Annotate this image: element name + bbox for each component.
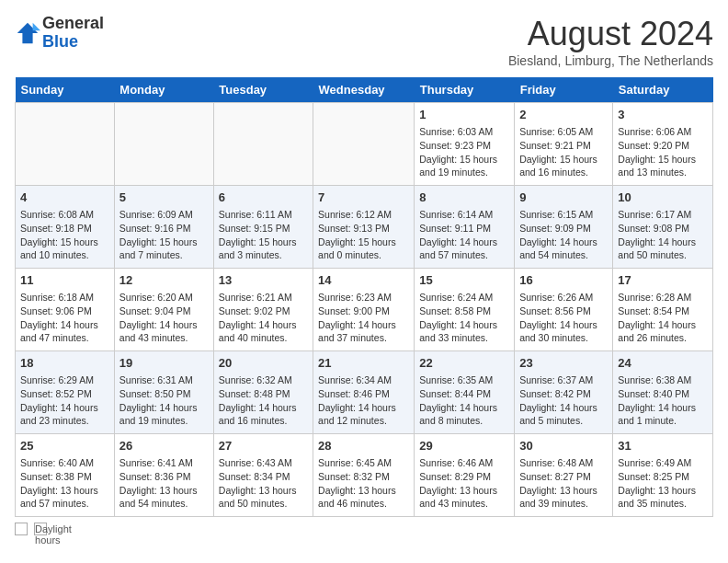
day-header-monday: Monday [114,77,213,103]
day-number: 3 [618,107,708,123]
day-number: 31 [618,438,708,454]
week-row-2: 4Sunrise: 6:08 AM Sunset: 9:18 PM Daylig… [16,186,713,269]
day-info: Sunrise: 6:03 AM Sunset: 9:23 PM Dayligh… [419,125,509,179]
day-cell: 10Sunrise: 6:17 AM Sunset: 9:08 PM Dayli… [613,186,713,269]
day-info: Sunrise: 6:11 AM Sunset: 9:15 PM Dayligh… [219,208,308,262]
day-header-friday: Friday [515,77,613,103]
day-info: Sunrise: 6:09 AM Sunset: 9:16 PM Dayligh… [119,208,209,262]
day-info: Sunrise: 6:32 AM Sunset: 8:48 PM Dayligh… [219,373,308,428]
day-number: 1 [419,107,509,123]
day-cell [313,103,415,186]
day-number: 27 [219,438,308,454]
day-cell: 29Sunrise: 6:46 AM Sunset: 8:29 PM Dayli… [415,434,515,517]
day-info: Sunrise: 6:37 AM Sunset: 8:42 PM Dayligh… [519,373,608,428]
day-cell: 31Sunrise: 6:49 AM Sunset: 8:25 PM Dayli… [613,434,713,517]
day-cell: 2Sunrise: 6:05 AM Sunset: 9:21 PM Daylig… [515,103,613,186]
week-row-5: 25Sunrise: 6:40 AM Sunset: 8:38 PM Dayli… [16,434,713,517]
day-cell: 25Sunrise: 6:40 AM Sunset: 8:38 PM Dayli… [16,434,115,517]
day-info: Sunrise: 6:12 AM Sunset: 9:13 PM Dayligh… [318,208,409,262]
day-info: Sunrise: 6:15 AM Sunset: 9:09 PM Dayligh… [519,208,608,262]
day-header-thursday: Thursday [415,77,515,103]
title-area: August 2024 Biesland, Limburg, The Nethe… [508,15,713,68]
day-info: Sunrise: 6:48 AM Sunset: 8:27 PM Dayligh… [519,456,608,511]
day-number: 13 [219,272,308,289]
day-number: 16 [519,272,608,289]
week-row-1: 1Sunrise: 6:03 AM Sunset: 9:23 PM Daylig… [16,103,713,186]
day-cell: 24Sunrise: 6:38 AM Sunset: 8:40 PM Dayli… [613,351,713,434]
day-cell [213,103,313,186]
day-number: 6 [219,190,308,206]
calendar-table: SundayMondayTuesdayWednesdayThursdayFrid… [15,77,713,517]
day-number: 11 [20,272,109,289]
day-number: 19 [119,355,209,372]
day-number: 23 [519,355,608,372]
day-cell: 27Sunrise: 6:43 AM Sunset: 8:34 PM Dayli… [213,434,313,517]
day-info: Sunrise: 6:41 AM Sunset: 8:36 PM Dayligh… [119,456,209,511]
day-number: 26 [119,438,209,454]
logo-icon [15,20,40,46]
month-title: August 2024 [508,15,713,53]
day-number: 12 [119,272,209,289]
day-number: 10 [618,190,708,206]
day-cell: 12Sunrise: 6:20 AM Sunset: 9:04 PM Dayli… [114,269,213,351]
day-cell: 6Sunrise: 6:11 AM Sunset: 9:15 PM Daylig… [213,186,313,269]
day-number: 15 [419,272,509,289]
day-number: 18 [20,355,109,372]
day-header-tuesday: Tuesday [213,77,313,103]
day-number: 4 [20,190,109,206]
day-info: Sunrise: 6:40 AM Sunset: 8:38 PM Dayligh… [20,456,109,511]
day-number: 2 [519,107,608,123]
day-header-sunday: Sunday [16,77,115,103]
daylight-label: Daylight hours [34,523,47,535]
day-info: Sunrise: 6:34 AM Sunset: 8:46 PM Dayligh… [318,373,409,428]
day-cell: 19Sunrise: 6:31 AM Sunset: 8:50 PM Dayli… [114,351,213,434]
day-cell: 26Sunrise: 6:41 AM Sunset: 8:36 PM Dayli… [114,434,213,517]
day-cell: 30Sunrise: 6:48 AM Sunset: 8:27 PM Dayli… [515,434,613,517]
day-info: Sunrise: 6:21 AM Sunset: 9:02 PM Dayligh… [219,291,308,345]
day-cell: 17Sunrise: 6:28 AM Sunset: 8:54 PM Dayli… [613,269,713,351]
day-number: 14 [318,272,409,289]
day-cell: 21Sunrise: 6:34 AM Sunset: 8:46 PM Dayli… [313,351,415,434]
day-cell: 5Sunrise: 6:09 AM Sunset: 9:16 PM Daylig… [114,186,213,269]
day-info: Sunrise: 6:46 AM Sunset: 8:29 PM Dayligh… [419,456,509,511]
day-info: Sunrise: 6:38 AM Sunset: 8:40 PM Dayligh… [618,373,708,428]
day-info: Sunrise: 6:31 AM Sunset: 8:50 PM Dayligh… [119,373,209,428]
logo-text: General Blue [42,15,104,52]
day-info: Sunrise: 6:26 AM Sunset: 8:56 PM Dayligh… [519,291,608,345]
daylight-swatch [15,523,28,535]
day-cell: 1Sunrise: 6:03 AM Sunset: 9:23 PM Daylig… [415,103,515,186]
day-info: Sunrise: 6:20 AM Sunset: 9:04 PM Dayligh… [119,291,209,345]
day-info: Sunrise: 6:06 AM Sunset: 9:20 PM Dayligh… [618,125,708,179]
day-cell: 22Sunrise: 6:35 AM Sunset: 8:44 PM Dayli… [415,351,515,434]
day-cell [16,103,115,186]
day-info: Sunrise: 6:35 AM Sunset: 8:44 PM Dayligh… [419,373,509,428]
day-number: 22 [419,355,509,372]
day-cell: 7Sunrise: 6:12 AM Sunset: 9:13 PM Daylig… [313,186,415,269]
day-cell [114,103,213,186]
day-info: Sunrise: 6:43 AM Sunset: 8:34 PM Dayligh… [219,456,308,511]
day-cell: 4Sunrise: 6:08 AM Sunset: 9:18 PM Daylig… [16,186,115,269]
day-number: 7 [318,190,409,206]
day-number: 28 [318,438,409,454]
day-cell: 3Sunrise: 6:06 AM Sunset: 9:20 PM Daylig… [613,103,713,186]
week-row-4: 18Sunrise: 6:29 AM Sunset: 8:52 PM Dayli… [16,351,713,434]
logo-general: General [42,15,104,33]
day-number: 25 [20,438,109,454]
day-number: 8 [419,190,509,206]
day-info: Sunrise: 6:24 AM Sunset: 8:58 PM Dayligh… [419,291,509,345]
day-cell: 11Sunrise: 6:18 AM Sunset: 9:06 PM Dayli… [16,269,115,351]
day-cell: 8Sunrise: 6:14 AM Sunset: 9:11 PM Daylig… [415,186,515,269]
day-header-saturday: Saturday [613,77,713,103]
header-row: SundayMondayTuesdayWednesdayThursdayFrid… [16,77,713,103]
day-info: Sunrise: 6:29 AM Sunset: 8:52 PM Dayligh… [20,373,109,428]
day-cell: 14Sunrise: 6:23 AM Sunset: 9:00 PM Dayli… [313,269,415,351]
day-info: Sunrise: 6:45 AM Sunset: 8:32 PM Dayligh… [318,456,409,511]
day-info: Sunrise: 6:14 AM Sunset: 9:11 PM Dayligh… [419,208,509,262]
day-cell: 18Sunrise: 6:29 AM Sunset: 8:52 PM Dayli… [16,351,115,434]
week-row-3: 11Sunrise: 6:18 AM Sunset: 9:06 PM Dayli… [16,269,713,351]
day-info: Sunrise: 6:08 AM Sunset: 9:18 PM Dayligh… [20,208,109,262]
day-header-wednesday: Wednesday [313,77,415,103]
footer-note: Daylight hours [15,523,713,535]
day-cell: 20Sunrise: 6:32 AM Sunset: 8:48 PM Dayli… [213,351,313,434]
day-number: 17 [618,272,708,289]
